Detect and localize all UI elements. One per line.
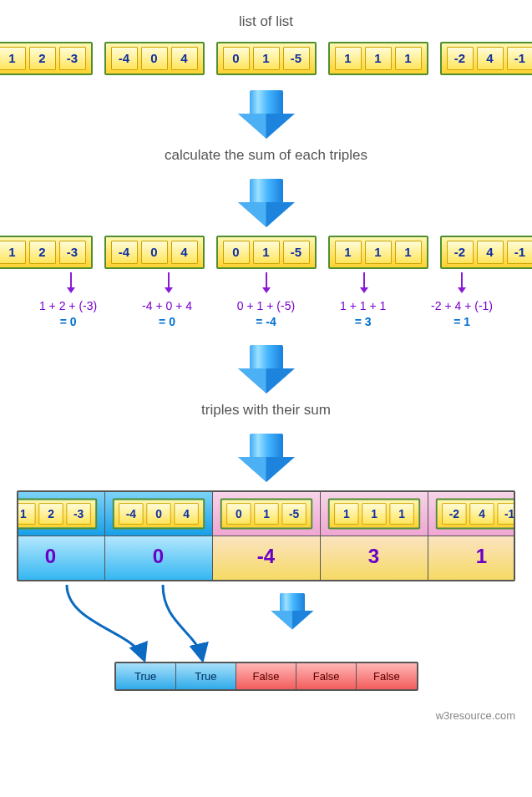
expression-block: -4 + 0 + 4 = 0 <box>142 298 192 330</box>
triple-value: -3 <box>59 47 86 70</box>
triple-value: 1 <box>0 241 26 264</box>
triple-value: 1 <box>365 241 392 264</box>
triple-group: 1 1 1 <box>328 42 428 75</box>
triple-value: 1 <box>335 47 362 70</box>
triple-value: 1 <box>0 47 26 70</box>
triple-value: 1 <box>254 503 278 525</box>
triple-value: -4 <box>119 503 143 525</box>
expression-text: 0 + 1 + (-5) <box>237 298 295 314</box>
sum-value: 0 <box>105 536 212 580</box>
triple-value: 0 <box>226 503 251 525</box>
triple-group: 1 2 -3 <box>0 236 93 269</box>
triple-group: -4 0 4 <box>104 236 205 269</box>
triple-value: 1 <box>365 47 392 70</box>
expression-text: -4 + 0 + 4 <box>142 298 192 314</box>
diagram-page: list of list 1 2 -3 -4 0 4 0 1 -5 1 1 1 … <box>0 0 532 739</box>
triple-value: 4 <box>174 503 198 525</box>
triple-value: 2 <box>38 503 63 525</box>
flow-arrow-down <box>17 345 515 393</box>
expression-text: -2 + 4 + (-1) <box>431 298 493 314</box>
caption-with-sum: triples with their sum <box>17 402 515 419</box>
triple-value: 0 <box>141 241 168 264</box>
arrow-down-small-icon <box>163 272 175 293</box>
triple-value: -5 <box>281 503 306 525</box>
result-true: True <box>116 663 176 689</box>
expression-result: = 0 <box>142 314 192 330</box>
triple-value: -4 <box>111 241 138 264</box>
triple-value: -4 <box>111 47 138 70</box>
triple-group: -2 4 -1 <box>435 498 515 529</box>
triple-value: 4 <box>477 47 504 70</box>
expression-block: 1 + 1 + 1 = 3 <box>340 298 386 330</box>
triple-group: -4 0 4 <box>112 498 204 529</box>
triple-value: -3 <box>59 241 86 264</box>
triple-value: 4 <box>171 47 198 70</box>
triple-value: 0 <box>146 503 170 525</box>
triple-value: -1 <box>497 503 515 525</box>
expression-block: 0 + 1 + (-5) = -4 <box>237 298 295 330</box>
footer-attribution: w3resource.com <box>17 709 515 722</box>
expression-result: = 1 <box>431 314 493 330</box>
triple-value: 0 <box>141 47 168 70</box>
triple-value: -1 <box>507 241 533 264</box>
triple-value: -3 <box>66 503 90 525</box>
triple-group: 1 2 -3 <box>17 498 97 529</box>
triple-value: -5 <box>283 241 310 264</box>
triple-value: -1 <box>507 47 533 70</box>
curve-arrows-icon <box>17 581 515 662</box>
triple-value: 1 <box>253 241 280 264</box>
expression-block: 1 + 2 + (-3) = 0 <box>39 298 97 330</box>
expression-result: = 3 <box>340 314 386 330</box>
triple-value: 1 <box>253 47 280 70</box>
triple-value: 4 <box>171 241 198 264</box>
flow-arrow-down <box>17 434 515 482</box>
triple-group: -2 4 -1 <box>440 42 533 75</box>
sum-column-nonzero: 1 1 1 3 <box>321 492 428 580</box>
expression-result: = 0 <box>39 314 97 330</box>
caption-calc-sum: calculate the sum of each triples <box>17 147 515 164</box>
sum-column-zero: 1 2 -3 0 <box>17 492 105 580</box>
expression-text: 1 + 2 + (-3) <box>39 298 97 314</box>
arrow-down-icon <box>241 345 291 393</box>
sums-strip: 1 2 -3 0 -4 0 4 0 0 1 -5 <box>17 490 515 581</box>
triple-value: -2 <box>447 241 474 264</box>
triple-group: -2 4 -1 <box>440 236 533 269</box>
expressions-row: 1 + 2 + (-3) = 0 -4 + 0 + 4 = 0 0 + 1 + … <box>17 298 515 330</box>
triple-value: 0 <box>223 47 250 70</box>
triple-value: -5 <box>283 47 310 70</box>
triple-value: 0 <box>223 241 250 264</box>
triple-value: -2 <box>442 503 466 525</box>
expression-result: = -4 <box>237 314 295 330</box>
sum-value: 1 <box>428 536 516 580</box>
triple-value: 1 <box>395 241 422 264</box>
result-true: True <box>176 663 236 689</box>
sum-value: -4 <box>213 536 320 580</box>
sum-column-zero: -4 0 4 0 <box>105 492 213 580</box>
triple-group: 1 1 1 <box>328 236 428 269</box>
triple-value: -2 <box>447 47 474 70</box>
caption-list-of-list: list of list <box>17 13 515 30</box>
triple-group: -4 0 4 <box>104 42 205 75</box>
result-false: False <box>236 663 296 689</box>
result-false: False <box>296 663 357 689</box>
triple-value: 1 <box>334 503 358 525</box>
triple-value: 1 <box>395 47 422 70</box>
sum-value: 0 <box>17 536 104 580</box>
arrow-down-small-icon <box>65 272 77 293</box>
connector-curves <box>17 581 515 662</box>
triple-value: 2 <box>29 241 56 264</box>
input-triples-row: 1 2 -3 -4 0 4 0 1 -5 1 1 1 -2 4 -1 <box>17 42 515 75</box>
arrow-down-icon <box>241 90 291 139</box>
expression-text: 1 + 1 + 1 <box>340 298 386 314</box>
triple-group: 1 1 1 <box>327 498 419 529</box>
sum-column-nonzero: 0 1 -5 -4 <box>213 492 321 580</box>
per-triple-arrows <box>22 272 510 293</box>
arrow-down-icon <box>267 593 317 642</box>
triple-group: 0 1 -5 <box>216 236 317 269</box>
sum-column-nonzero: -2 4 -1 1 <box>428 492 516 580</box>
result-false: False <box>357 663 416 689</box>
arrow-down-icon <box>241 179 291 227</box>
triple-value: 1 <box>17 503 35 525</box>
arrow-down-small-icon <box>358 272 370 293</box>
triple-value: 1 <box>389 503 413 525</box>
